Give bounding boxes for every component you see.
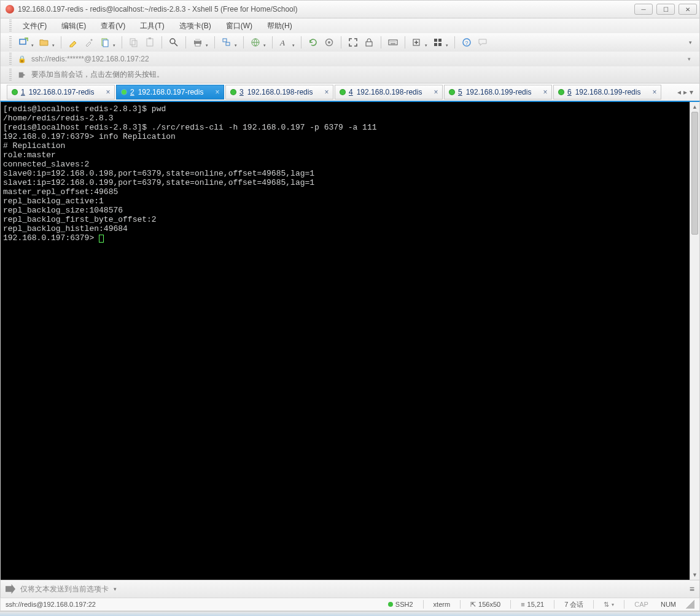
tile-button[interactable] bbox=[431, 36, 445, 49]
session-tab-1[interactable]: 1 192.168.0.197-redis × bbox=[7, 85, 115, 99]
paste-button[interactable] bbox=[143, 36, 157, 49]
addressbar: 🔒 ssh://redis:******@192.168.0.197:22 ▾ bbox=[0, 52, 700, 66]
disconnect-button[interactable] bbox=[322, 36, 336, 49]
titlebar: 192.168.0.197-redis - redis@localhost:~/… bbox=[0, 0, 700, 18]
statusbar-separator bbox=[510, 600, 511, 609]
tab-prev-icon[interactable]: ◂ bbox=[677, 88, 681, 96]
menu-help[interactable]: 帮助(H) bbox=[261, 20, 298, 33]
language-button[interactable] bbox=[249, 36, 262, 49]
toolbar-separator bbox=[381, 36, 381, 49]
svg-rect-3 bbox=[103, 40, 108, 47]
menu-window[interactable]: 窗口(W) bbox=[220, 20, 259, 33]
sendbar-chevron[interactable]: ▾ bbox=[114, 586, 117, 592]
chevron-down-icon[interactable]: ▾ bbox=[612, 602, 614, 607]
session-tab-2[interactable]: 2 192.168.0.197-redis × bbox=[116, 85, 224, 99]
svg-rect-19 bbox=[389, 40, 397, 45]
sendbar-placeholder[interactable]: 仅将文本发送到当前选项卡 bbox=[20, 584, 109, 595]
chat-button[interactable] bbox=[476, 36, 489, 49]
scroll-down-icon[interactable]: ▼ bbox=[690, 570, 699, 580]
maximize-button[interactable]: ☐ bbox=[656, 4, 675, 15]
grip-icon bbox=[9, 69, 12, 81]
tab-close-icon[interactable]: × bbox=[432, 88, 440, 96]
add-arrow-icon[interactable] bbox=[18, 71, 26, 79]
address-url[interactable]: ssh://redis:******@192.168.0.197:22 bbox=[31, 55, 683, 63]
status-updown: ⇅▾ bbox=[601, 601, 616, 609]
keyboard-button[interactable] bbox=[386, 36, 400, 49]
lock-button[interactable] bbox=[362, 36, 376, 49]
toolbar-separator bbox=[272, 36, 273, 49]
statusbar-separator bbox=[624, 600, 624, 609]
toolbar-separator bbox=[122, 36, 122, 49]
highlighter-button[interactable] bbox=[66, 36, 80, 49]
status-conn: ssh://redis@192.168.0.197:22 bbox=[6, 601, 378, 608]
status-dot-icon bbox=[449, 90, 454, 95]
resize-grip-icon[interactable] bbox=[686, 600, 694, 609]
menu-file[interactable]: 文件(F) bbox=[17, 20, 53, 33]
scroll-up-icon[interactable]: ▲ bbox=[690, 102, 699, 112]
menu-view[interactable]: 查看(V) bbox=[95, 20, 131, 33]
tab-close-icon[interactable]: × bbox=[214, 88, 221, 96]
tab-number: 5 bbox=[458, 88, 462, 96]
toolbar-separator bbox=[214, 36, 215, 49]
toolbar-separator bbox=[301, 36, 301, 49]
infobar-message: 要添加当前会话，点击左侧的箭头按钮。 bbox=[31, 69, 164, 80]
print-button[interactable] bbox=[191, 36, 204, 49]
open-button[interactable] bbox=[37, 36, 51, 49]
find-button[interactable] bbox=[167, 36, 181, 49]
close-button[interactable]: ✕ bbox=[679, 4, 697, 15]
menu-tabs[interactable]: 选项卡(B) bbox=[173, 20, 217, 33]
svg-rect-6 bbox=[147, 39, 153, 46]
help-button[interactable]: ? bbox=[460, 36, 473, 49]
tab-number: 1 bbox=[21, 88, 25, 96]
sendbar-menu-icon[interactable]: ≡ bbox=[690, 584, 694, 594]
statusbar-separator bbox=[554, 600, 554, 609]
status-dot-icon bbox=[388, 602, 393, 607]
svg-point-1 bbox=[91, 39, 93, 41]
status-proto: SSH2 bbox=[386, 601, 416, 608]
toolbar-separator bbox=[454, 36, 455, 49]
terminal-container: [redis@localhost redis-2.8.3]$ pwd /home… bbox=[0, 101, 700, 580]
toolbar-separator bbox=[243, 36, 244, 49]
menu-tools[interactable]: 工具(T) bbox=[134, 20, 170, 33]
tab-number: 4 bbox=[349, 88, 353, 96]
toolbar-overflow-chevron[interactable]: ▾ bbox=[689, 39, 692, 45]
lock-icon: 🔒 bbox=[18, 55, 26, 63]
tab-close-icon[interactable]: × bbox=[542, 88, 549, 96]
session-tab-3[interactable]: 3 192.168.0.198-redis × bbox=[225, 85, 333, 99]
windows-button[interactable] bbox=[220, 36, 233, 49]
tab-label: 192.168.0.199-redis bbox=[575, 88, 641, 96]
grip-icon bbox=[9, 36, 12, 49]
reconnect-button[interactable] bbox=[306, 36, 320, 49]
toolbar-separator bbox=[61, 36, 61, 49]
session-tab-4[interactable]: 4 192.168.0.198-redis × bbox=[335, 85, 443, 99]
session-tab-5[interactable]: 5 192.168.0.199-redis × bbox=[444, 85, 552, 99]
sendbar: 仅将文本发送到当前选项卡 ▾ ≡ bbox=[0, 580, 700, 598]
vertical-scrollbar[interactable]: ▲ ▼ bbox=[690, 102, 699, 580]
new-tab-button[interactable] bbox=[410, 36, 424, 49]
svg-point-8 bbox=[170, 39, 175, 44]
copy-formatting-button[interactable] bbox=[98, 36, 112, 49]
eyedropper-button[interactable] bbox=[82, 36, 96, 49]
status-sessions: 7 会话 bbox=[562, 600, 586, 609]
scroll-thumb[interactable] bbox=[691, 112, 698, 235]
tab-close-icon[interactable]: × bbox=[104, 88, 112, 96]
status-dot-icon bbox=[231, 90, 236, 95]
terminal[interactable]: [redis@localhost redis-2.8.3]$ pwd /home… bbox=[1, 102, 690, 580]
menu-edit[interactable]: 编辑(E) bbox=[55, 20, 92, 33]
addressbar-chevron[interactable]: ▾ bbox=[688, 56, 691, 62]
new-session-button[interactable] bbox=[17, 36, 30, 49]
tab-next-icon[interactable]: ▸ bbox=[683, 88, 687, 96]
minimize-button[interactable]: ─ bbox=[634, 4, 653, 15]
tab-close-icon[interactable]: × bbox=[651, 88, 658, 96]
session-tab-6[interactable]: 6 192.168.0.199-redis × bbox=[553, 85, 661, 99]
copy-button[interactable] bbox=[127, 36, 141, 49]
tab-close-icon[interactable]: × bbox=[323, 88, 330, 96]
tab-list-icon[interactable]: ▾ bbox=[690, 88, 693, 96]
fullscreen-button[interactable] bbox=[346, 36, 360, 49]
infobar: 要添加当前会话，点击左侧的箭头按钮。 bbox=[0, 66, 700, 84]
tab-number: 3 bbox=[239, 88, 244, 96]
font-button[interactable]: A bbox=[278, 36, 291, 49]
status-dot-icon bbox=[340, 90, 345, 95]
send-icon[interactable] bbox=[6, 584, 15, 594]
statusbar-separator bbox=[460, 600, 461, 609]
